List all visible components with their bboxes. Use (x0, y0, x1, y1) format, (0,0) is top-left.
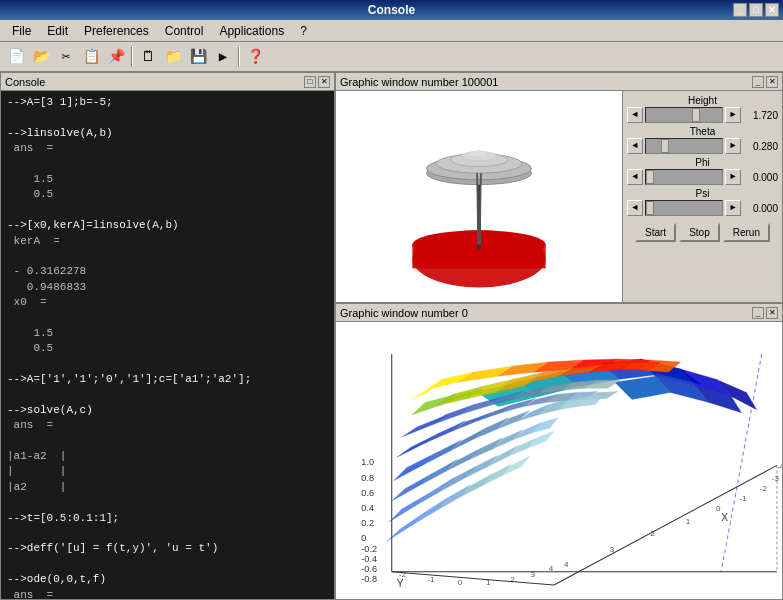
height-track[interactable] (645, 107, 723, 123)
start-button[interactable]: Start (635, 223, 676, 242)
main-content: Console □ ✕ -->A=[3 1];b=-5; -->linsolve… (0, 72, 783, 600)
svg-text:-0.4: -0.4 (361, 554, 377, 564)
new-button[interactable]: 📄 (4, 45, 28, 69)
menu-preferences[interactable]: Preferences (76, 22, 157, 40)
graphic-bottom-header: Graphic window number 0 _ ✕ (336, 304, 782, 322)
svg-text:0: 0 (361, 534, 366, 544)
psi-slider-row: ◄ ► 0.000 (627, 200, 778, 216)
console-output[interactable]: -->A=[3 1];b=-5; -->linsolve(A,b) ans = … (1, 91, 334, 599)
phi-left-arrow[interactable]: ◄ (627, 169, 643, 185)
title-bar-buttons: _ □ ✕ (733, 3, 779, 17)
theta-label: Theta (627, 126, 778, 137)
console-line-12: 0.5 (7, 341, 328, 356)
theta-left-arrow[interactable]: ◄ (627, 138, 643, 154)
graphic-bottom-close[interactable]: ✕ (766, 307, 778, 319)
graphic-bottom-minimize[interactable]: _ (752, 307, 764, 319)
svg-text:-0.2: -0.2 (361, 544, 377, 554)
open-file-button[interactable]: 📁 (161, 45, 185, 69)
graphic-window-bottom: Graphic window number 0 _ ✕ (335, 303, 783, 600)
theta-thumb[interactable] (661, 139, 669, 153)
toolbar-separator-1 (131, 47, 133, 67)
stop-button[interactable]: Stop (679, 223, 720, 242)
run-button[interactable]: ▶ (211, 45, 235, 69)
height-right-arrow[interactable]: ► (725, 107, 741, 123)
svg-text:1.0: 1.0 (361, 458, 374, 468)
new-file-button[interactable]: 🗒 (136, 45, 160, 69)
graphic-top-content: Height ◄ ► 1.720 Theta (336, 91, 782, 302)
svg-text:0: 0 (458, 578, 463, 587)
close-button[interactable]: ✕ (765, 3, 779, 17)
menu-applications[interactable]: Applications (211, 22, 292, 40)
psi-left-arrow[interactable]: ◄ (627, 200, 643, 216)
svg-text:2: 2 (510, 575, 515, 584)
paste-button[interactable]: 📌 (104, 45, 128, 69)
theta-right-arrow[interactable]: ► (725, 138, 741, 154)
psi-thumb[interactable] (646, 201, 654, 215)
copy-button[interactable]: 📋 (79, 45, 103, 69)
svg-text:-1: -1 (739, 494, 747, 503)
console-header-buttons: □ ✕ (304, 76, 330, 88)
console-line-11: 1.5 (7, 326, 328, 341)
psi-control: Psi ◄ ► 0.000 (627, 188, 778, 216)
svg-text:X: X (721, 512, 728, 523)
psi-track[interactable] (645, 200, 723, 216)
console-blank-9 (7, 495, 328, 510)
menu-help[interactable]: ? (292, 22, 315, 40)
svg-text:3: 3 (610, 545, 615, 554)
console-line-3: ans = (7, 141, 328, 156)
phi-value: 0.000 (743, 172, 778, 183)
help-button[interactable]: ❓ (243, 45, 267, 69)
console-close-button[interactable]: ✕ (318, 76, 330, 88)
console-line-16: |a1-a2 | (7, 449, 328, 464)
height-left-arrow[interactable]: ◄ (627, 107, 643, 123)
menu-file[interactable]: File (4, 22, 39, 40)
graphic-top-title: Graphic window number 100001 (340, 76, 498, 88)
svg-text:-1: -1 (427, 575, 435, 584)
menu-control[interactable]: Control (157, 22, 212, 40)
console-pin-button[interactable]: □ (304, 76, 316, 88)
svg-point-9 (471, 150, 486, 156)
console-line-18: |a2 | (7, 480, 328, 495)
console-line-9: 0.9486833 (7, 280, 328, 295)
height-slider-row: ◄ ► 1.720 (627, 107, 778, 123)
console-title: Console (5, 76, 45, 88)
svg-text:-3: -3 (772, 474, 780, 483)
graphic-bottom-title: Graphic window number 0 (340, 307, 468, 319)
console-blank-2 (7, 157, 328, 172)
height-value: 1.720 (743, 110, 778, 121)
console-line-14: -->solve(A,c) (7, 403, 328, 418)
console-panel: Console □ ✕ -->A=[3 1];b=-5; -->linsolve… (0, 72, 335, 600)
phi-thumb[interactable] (646, 170, 654, 184)
phi-track[interactable] (645, 169, 723, 185)
rerun-button[interactable]: Rerun (723, 223, 770, 242)
psi-right-arrow[interactable]: ► (725, 200, 741, 216)
maximize-button[interactable]: □ (749, 3, 763, 17)
psi-value: 0.000 (743, 203, 778, 214)
graphic-top-minimize[interactable]: _ (752, 76, 764, 88)
console-blank-8 (7, 434, 328, 449)
svg-text:0: 0 (716, 504, 721, 513)
console-blank-6 (7, 357, 328, 372)
phi-label: Phi (627, 157, 778, 168)
3d-plot-area: 1.0 0.8 0.6 0.4 0.2 0 -0.2 -0.4 -0.6 -0.… (336, 322, 782, 599)
graphic-top-close[interactable]: ✕ (766, 76, 778, 88)
phi-right-arrow[interactable]: ► (725, 169, 741, 185)
height-label: Height (627, 95, 778, 106)
svg-text:-0.8: -0.8 (361, 574, 377, 584)
theta-track[interactable] (645, 138, 723, 154)
console-blank-1 (7, 110, 328, 125)
console-line-15: ans = (7, 418, 328, 433)
cone-svg (394, 97, 564, 297)
console-line-5: 0.5 (7, 187, 328, 202)
menu-edit[interactable]: Edit (39, 22, 76, 40)
cut-button[interactable]: ✂ (54, 45, 78, 69)
console-header: Console □ ✕ (1, 73, 334, 91)
open-button[interactable]: 📂 (29, 45, 53, 69)
save-button[interactable]: 💾 (186, 45, 210, 69)
3d-shape-area (336, 91, 622, 302)
height-thumb[interactable] (692, 108, 700, 122)
console-blank-11 (7, 557, 328, 572)
control-buttons: Start Stop Rerun (627, 223, 778, 242)
minimize-button[interactable]: _ (733, 3, 747, 17)
console-line-13: -->A=['1','1';'0','1'];c=['a1';'a2']; (7, 372, 328, 387)
